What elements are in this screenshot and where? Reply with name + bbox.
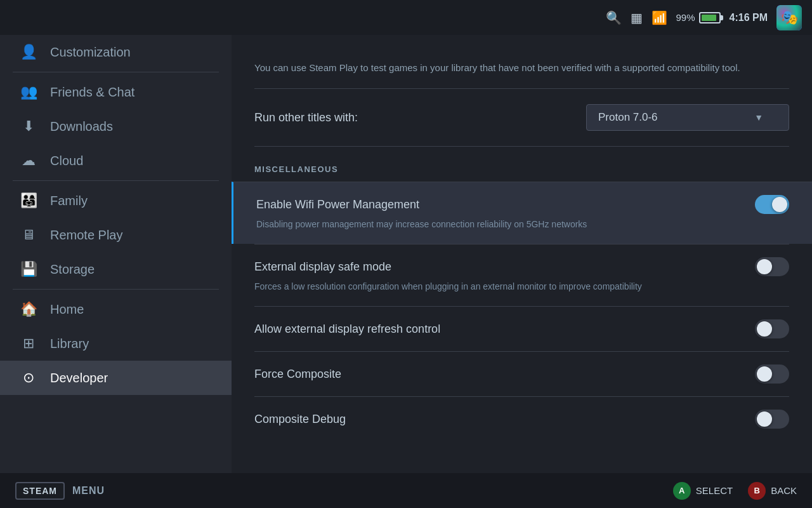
menu-label: MENU xyxy=(72,485,105,497)
wifi-power-label: Enable Wifi Power Management xyxy=(256,198,419,211)
battery-percent: 99% xyxy=(676,12,695,23)
wifi-power-toggle-knob xyxy=(772,197,787,212)
settings-row-wifi-power: Enable Wifi Power Management Disabling p… xyxy=(232,182,812,244)
sidebar-label-downloads: Downloads xyxy=(50,119,113,134)
remote-play-icon: 🖥 xyxy=(20,227,37,243)
sidebar-item-downloads[interactable]: ⬇ Downloads xyxy=(0,109,232,144)
battery-container: 99% xyxy=(676,12,721,23)
sidebar-label-customization: Customization xyxy=(50,45,131,60)
composite-debug-toggle[interactable] xyxy=(755,410,789,429)
external-display-refresh-toggle[interactable] xyxy=(755,319,789,338)
miscellaneous-section-header: MISCELLANEOUS xyxy=(254,147,789,182)
dropdown-value: Proton 7.0-6 xyxy=(598,111,658,124)
sidebar-item-storage[interactable]: 💾 Storage xyxy=(0,252,232,286)
run-titles-row: Run other titles with: Proton 7.0-6 ▼ xyxy=(254,89,789,147)
sidebar-item-family[interactable]: 👨‍👩‍👧 Family xyxy=(0,184,232,218)
force-composite-toggle-knob xyxy=(757,366,772,382)
external-display-safe-label: External display safe mode xyxy=(254,260,391,274)
home-icon: 🏠 xyxy=(20,301,37,318)
customization-icon: 👤 xyxy=(20,44,37,60)
force-composite-toggle[interactable] xyxy=(755,364,789,384)
sidebar-divider-1 xyxy=(13,72,219,72)
content-inner: You can use Steam Play to test games in … xyxy=(232,35,812,467)
main-content: You can use Steam Play to test games in … xyxy=(232,35,812,473)
sidebar: 👤 Customization 👥 Friends & Chat ⬇ Downl… xyxy=(0,35,232,473)
external-display-refresh-toggle-knob xyxy=(757,321,772,337)
sidebar-label-family: Family xyxy=(50,194,88,208)
composite-debug-label: Composite Debug xyxy=(254,413,346,426)
proton-version-dropdown[interactable]: Proton 7.0-6 ▼ xyxy=(586,104,789,131)
settings-row-external-display-safe: External display safe mode Forces a low … xyxy=(254,244,789,306)
steam-menu-group: STEAM MENU xyxy=(15,482,105,500)
settings-row-top-force-composite: Force Composite xyxy=(254,364,789,384)
library-icon: ⊞ xyxy=(20,335,37,352)
sidebar-label-library: Library xyxy=(50,337,89,351)
wifi-power-toggle[interactable] xyxy=(755,195,789,214)
grid-icon[interactable]: ▦ xyxy=(631,10,643,25)
external-display-safe-toggle[interactable] xyxy=(755,257,789,276)
sidebar-item-library[interactable]: ⊞ Library xyxy=(0,326,232,361)
settings-row-top-composite-debug: Composite Debug xyxy=(254,410,789,429)
developer-icon: ⊙ xyxy=(20,370,37,386)
search-icon[interactable]: 🔍 xyxy=(606,10,622,25)
sidebar-item-friends-chat[interactable]: 👥 Friends & Chat xyxy=(0,75,232,109)
settings-row-top-ext-refresh: Allow external display refresh control xyxy=(254,319,789,338)
sidebar-item-remote-play[interactable]: 🖥 Remote Play xyxy=(0,218,232,252)
wifi-power-desc: Disabling power management may increase … xyxy=(256,218,789,231)
avatar-image xyxy=(776,5,802,30)
time-display: 4:16 PM xyxy=(730,12,768,23)
dropdown-arrow-icon: ▼ xyxy=(754,112,763,123)
topbar-icons: 🔍 ▦ 📶 99% 4:16 PM xyxy=(606,5,802,30)
run-titles-label: Run other titles with: xyxy=(254,111,358,124)
back-label: BACK xyxy=(771,485,797,496)
battery-fill xyxy=(702,15,716,21)
downloads-icon: ⬇ xyxy=(20,118,37,135)
b-button[interactable]: B xyxy=(748,482,766,500)
cloud-icon: ☁ xyxy=(20,152,37,169)
sidebar-divider-3 xyxy=(13,289,219,290)
sidebar-item-customization[interactable]: 👤 Customization xyxy=(0,35,232,69)
back-control: B BACK xyxy=(748,482,797,500)
topbar: 🔍 ▦ 📶 99% 4:16 PM xyxy=(0,0,812,35)
sidebar-label-developer: Developer xyxy=(50,371,108,385)
select-control: A SELECT xyxy=(673,482,733,500)
external-display-safe-toggle-knob xyxy=(757,259,772,274)
external-display-safe-desc: Forces a low resolution configuration wh… xyxy=(254,280,789,293)
sidebar-item-home[interactable]: 🏠 Home xyxy=(0,292,232,326)
friends-chat-icon: 👥 xyxy=(20,84,37,100)
settings-row-external-display-refresh: Allow external display refresh control xyxy=(254,306,789,351)
force-composite-label: Force Composite xyxy=(254,368,341,381)
sidebar-label-remote-play: Remote Play xyxy=(50,228,123,243)
sidebar-label-storage: Storage xyxy=(50,262,95,277)
battery-icon xyxy=(699,12,721,23)
sidebar-label-home: Home xyxy=(50,302,84,317)
sidebar-item-developer[interactable]: ⊙ Developer xyxy=(0,361,232,395)
bottom-controls: A SELECT B BACK xyxy=(673,482,797,500)
settings-row-force-composite: Force Composite xyxy=(254,351,789,396)
avatar[interactable] xyxy=(776,5,802,30)
external-display-refresh-label: Allow external display refresh control xyxy=(254,323,440,336)
sidebar-item-cloud[interactable]: ☁ Cloud xyxy=(0,144,232,178)
steam-badge[interactable]: STEAM xyxy=(15,482,65,500)
sidebar-divider-2 xyxy=(13,180,219,181)
settings-row-top-wifi: Enable Wifi Power Management xyxy=(256,195,789,214)
settings-row-top-ext-safe: External display safe mode xyxy=(254,257,789,276)
sidebar-label-friends-chat: Friends & Chat xyxy=(50,85,134,100)
signal-icon: 📶 xyxy=(652,10,667,25)
select-label: SELECT xyxy=(696,485,733,496)
storage-icon: 💾 xyxy=(20,261,37,277)
composite-debug-toggle-knob xyxy=(757,411,772,427)
steam-play-description: You can use Steam Play to test games in … xyxy=(254,48,789,89)
family-icon: 👨‍👩‍👧 xyxy=(20,192,37,209)
main-layout: 👤 Customization 👥 Friends & Chat ⬇ Downl… xyxy=(0,35,812,473)
a-button[interactable]: A xyxy=(673,482,691,500)
sidebar-label-cloud: Cloud xyxy=(50,154,83,168)
settings-row-composite-debug: Composite Debug xyxy=(254,396,789,441)
bottombar: STEAM MENU A SELECT B BACK xyxy=(0,473,812,508)
